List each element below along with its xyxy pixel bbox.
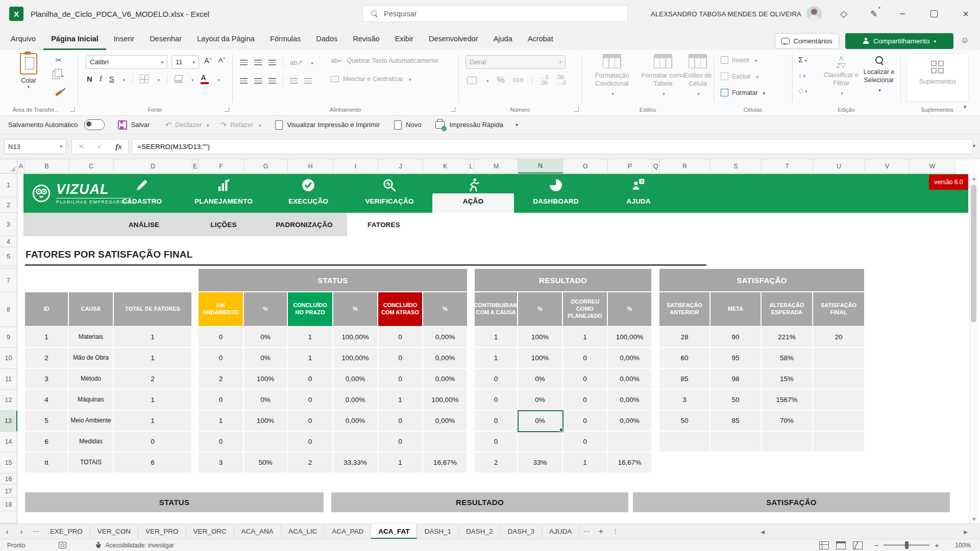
autosave-toggle[interactable]: [84, 119, 105, 130]
ribbon-tab-dados[interactable]: Dados: [308, 28, 345, 50]
table-cell[interactable]: 0%: [518, 369, 563, 390]
copy-button[interactable]: [53, 70, 64, 80]
table-cell[interactable]: Materiais: [69, 327, 114, 348]
accounting-format-button[interactable]: [467, 77, 477, 84]
bold-button[interactable]: N: [87, 74, 92, 83]
sheet-tab-ver_con[interactable]: VER_CON: [90, 524, 138, 539]
table-cell[interactable]: 100%: [518, 327, 563, 348]
addins-button[interactable]: Suplementos: [906, 53, 969, 102]
column-header-H[interactable]: H: [288, 159, 333, 173]
accessibility-status[interactable]: Acessibilidade: investigar: [105, 542, 174, 549]
zoom-slider-knob[interactable]: [905, 541, 909, 549]
table-cell[interactable]: 0: [563, 432, 608, 453]
ribbon-tab-acrobat[interactable]: Acrobat: [520, 28, 561, 50]
orientation-button[interactable]: ab↗: [290, 59, 303, 66]
format-cells-button[interactable]: Formatar: [721, 89, 765, 96]
table-cell[interactable]: 1: [199, 411, 244, 432]
italic-button[interactable]: I: [100, 74, 102, 83]
table-cell[interactable]: 33,33%: [333, 453, 378, 473]
share-button[interactable]: Compartilhamento ▾: [845, 33, 953, 49]
subtab-análise[interactable]: ANÁLISE: [103, 213, 185, 236]
decrease-font-button[interactable]: A˅: [218, 56, 225, 64]
row-header-hidden[interactable]: [0, 511, 17, 523]
table-cell[interactable]: Método: [69, 369, 114, 390]
close-button[interactable]: ×: [953, 0, 978, 28]
table-cell[interactable]: 3: [659, 390, 710, 411]
table-cell[interactable]: 0,00%: [423, 348, 468, 369]
table-cell[interactable]: 0: [114, 432, 192, 453]
table-cell[interactable]: 90: [710, 327, 762, 348]
table-cell[interactable]: Medidas: [69, 432, 114, 453]
column-header-O[interactable]: O: [563, 159, 608, 173]
format-painter-button[interactable]: [51, 88, 66, 98]
column-header-E[interactable]: E: [192, 159, 199, 173]
table-cell[interactable]: 100%: [244, 411, 288, 432]
accounting-format-dropdown[interactable]: [485, 77, 489, 84]
ribbon-tab-layout-da-página[interactable]: Layout da Página: [189, 28, 262, 50]
table-cell[interactable]: 98: [710, 369, 762, 390]
row-header-14[interactable]: 14: [0, 432, 17, 453]
ribbon-tab-exibir[interactable]: Exibir: [387, 28, 421, 50]
subtab-lições[interactable]: LIÇÕES: [183, 213, 264, 236]
table-cell[interactable]: 4: [25, 390, 69, 411]
table-cell[interactable]: 0: [563, 348, 608, 369]
table-cell[interactable]: 95: [710, 348, 762, 369]
table-cell[interactable]: [333, 432, 378, 453]
table-cell[interactable]: 0: [378, 369, 423, 390]
comma-style-button[interactable]: 000: [513, 77, 524, 83]
sheet-tab-exe_pro[interactable]: EXE_PRO: [43, 524, 90, 539]
font-color-button[interactable]: A: [201, 73, 209, 84]
merge-center-button[interactable]: Mesclar e Centralizar: [331, 76, 411, 83]
table-cell[interactable]: TOTAIS: [69, 453, 114, 473]
sheet-tab-aca_ana[interactable]: ACA_ANA: [234, 524, 281, 539]
table-cell[interactable]: 0: [288, 369, 333, 390]
column-header-W[interactable]: W: [910, 159, 955, 173]
ribbon-tab-revisão[interactable]: Revisão: [345, 28, 387, 50]
fill-color-dropdown[interactable]: [190, 74, 194, 84]
align-top-icon[interactable]: [240, 60, 248, 65]
zoom-slider[interactable]: [884, 544, 929, 546]
table-cell[interactable]: 0: [199, 390, 244, 411]
table-cell[interactable]: 50: [659, 411, 710, 432]
underline-dropdown[interactable]: [121, 74, 126, 84]
subtab-fatores[interactable]: FATORES: [343, 213, 425, 236]
new-document-button[interactable]: Novo: [394, 120, 421, 130]
table-cell[interactable]: Máquinas: [69, 390, 114, 411]
sheet-tab-aca_lic[interactable]: ACA_LIC: [281, 524, 325, 539]
table-cell[interactable]: [813, 432, 865, 453]
expand-formula-bar-icon[interactable]: ▾: [973, 143, 975, 148]
table-cell[interactable]: [659, 432, 710, 453]
subtab-padronização[interactable]: PADRONIZAÇÃO: [263, 213, 345, 236]
table-cell[interactable]: 100,00%: [608, 327, 652, 348]
autosum-button[interactable]: Σ: [798, 55, 807, 64]
tabbar-menu-icon[interactable]: ⋮: [608, 524, 622, 539]
table-cell[interactable]: 0,00%: [333, 369, 378, 390]
zoom-out-icon[interactable]: −: [874, 541, 878, 549]
table-cell[interactable]: [423, 432, 468, 453]
clear-button[interactable]: ◇: [798, 87, 807, 94]
column-header-S[interactable]: S: [710, 159, 762, 173]
more-sheets-icon[interactable]: ⋯: [579, 524, 594, 539]
find-select-button[interactable]: Localizar e Selecionar: [857, 55, 900, 94]
table-cell[interactable]: Meio Ambiente: [69, 411, 114, 432]
sheet-tab-ajuda[interactable]: AJUDA: [542, 524, 579, 539]
column-header-N[interactable]: N: [518, 159, 563, 173]
table-cell[interactable]: 6: [114, 453, 192, 473]
table-cell[interactable]: 1: [288, 348, 333, 369]
table-cell[interactable]: 100%: [244, 369, 288, 390]
scroll-up-icon[interactable]: ▲: [970, 173, 978, 183]
table-cell[interactable]: 0,00%: [333, 390, 378, 411]
table-cell[interactable]: 1: [288, 327, 333, 348]
row-header-13[interactable]: 13: [0, 411, 17, 432]
table-cell[interactable]: 0: [563, 390, 608, 411]
table-cell[interactable]: 0,00%: [608, 390, 652, 411]
quick-print-button[interactable]: Impressão Rápida: [435, 121, 503, 129]
sheet-tab-dash_2[interactable]: DASH_2: [459, 524, 501, 539]
column-header-B[interactable]: B: [25, 159, 69, 173]
sort-filter-button[interactable]: AZ▽ Classificar e Filtrar: [819, 55, 864, 97]
table-cell[interactable]: 0,00%: [423, 327, 468, 348]
row-header-1[interactable]: 1: [0, 173, 17, 197]
table-cell[interactable]: 58%: [762, 348, 813, 369]
table-cell[interactable]: 100,00%: [423, 390, 468, 411]
decrease-decimal-button[interactable]: ,00→,0: [557, 74, 566, 86]
